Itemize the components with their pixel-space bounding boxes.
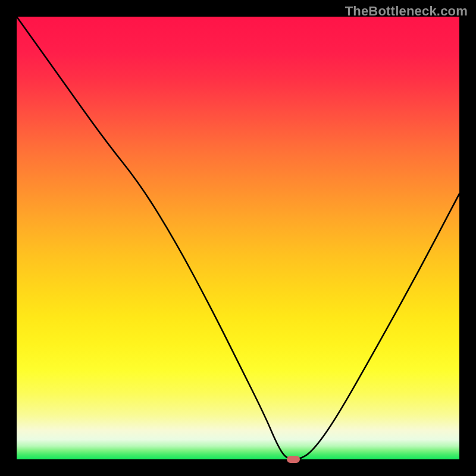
optimal-marker [287,456,300,463]
watermark-text: TheBottleneck.com [345,4,468,19]
plot-area [17,17,459,459]
chart-container: TheBottleneck.com [0,0,476,476]
